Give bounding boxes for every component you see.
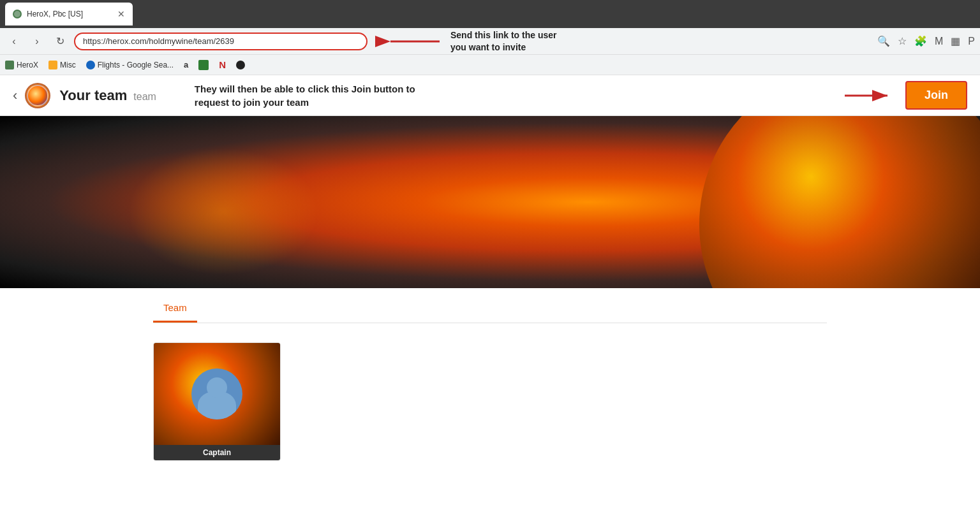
team-logo-inner — [27, 85, 48, 106]
bookmark-herox-label: HeroX — [17, 61, 38, 69]
join-arrow-icon — [842, 85, 893, 106]
green-bookmark-icon — [198, 60, 209, 70]
header-right: Join — [842, 81, 967, 110]
send-link-text: Send this link to the useryou want to in… — [450, 29, 556, 52]
netflix-icon: N — [219, 59, 226, 70]
page-header: ‹ Your team team They will then be able … — [0, 75, 980, 116]
hero-banner — [0, 116, 980, 288]
join-annotation: They will then be able to click this Joi… — [195, 82, 842, 109]
qr-icon[interactable]: ▦ — [951, 35, 960, 47]
hero-glow-decoration — [128, 148, 319, 275]
member-badge: Captain — [154, 445, 280, 460]
team-label: team — [133, 91, 156, 103]
tab-team[interactable]: Team — [153, 295, 197, 323]
bookmark-misc-label: Misc — [60, 61, 76, 69]
tab-title: HeroX, Pbc [US] — [27, 10, 83, 18]
browser-tab[interactable]: HeroX, Pbc [US] ✕ — [5, 3, 133, 25]
member-avatar — [191, 368, 242, 419]
amazon-icon: a — [184, 60, 188, 69]
join-arrow-annotation — [842, 85, 893, 106]
bookmark-green[interactable] — [198, 60, 209, 70]
bookmark-star-icon[interactable]: ☆ — [898, 35, 907, 47]
forward-nav-button[interactable]: › — [28, 33, 46, 50]
flights-icon — [86, 61, 95, 69]
misc-folder-icon — [48, 61, 57, 69]
tab-favicon — [13, 10, 22, 18]
bookmarks-bar: HeroX Misc Flights - Google Sea... a N — [0, 55, 980, 75]
member-card[interactable]: Captain — [153, 342, 281, 461]
member-card-image — [154, 343, 280, 445]
bookmark-dark[interactable] — [236, 61, 245, 69]
tab-close-icon[interactable]: ✕ — [117, 9, 125, 19]
page-content: Team Captain — [0, 288, 980, 480]
bookmark-flights-label: Flights - Google Sea... — [98, 61, 174, 69]
dark-bookmark-icon — [236, 61, 245, 69]
join-annotation-text: They will then be able to click this Joi… — [195, 84, 415, 108]
svg-point-0 — [14, 11, 20, 17]
bookmark-amazon[interactable]: a — [184, 60, 188, 69]
back-button[interactable]: ‹ — [13, 87, 17, 104]
url-input[interactable] — [74, 33, 368, 50]
browser-icons: 🔍 ☆ 🧩 M ▦ P — [877, 35, 975, 47]
team-grid: Captain — [153, 323, 827, 480]
browser-chrome: HeroX, Pbc [US] ✕ — [0, 0, 980, 28]
reload-button[interactable]: ↻ — [51, 33, 69, 50]
bookmark-netflix[interactable]: N — [219, 59, 226, 70]
address-bar-row: ‹ › ↻ Send this link to the useryou want… — [0, 28, 980, 55]
tabs-row: Team — [153, 288, 827, 323]
team-name: Your team — [59, 87, 127, 104]
search-icon[interactable]: 🔍 — [877, 35, 890, 47]
pinterest-icon[interactable]: P — [968, 36, 975, 47]
bookmark-herox[interactable]: HeroX — [5, 61, 38, 69]
join-button[interactable]: Join — [905, 81, 967, 110]
back-nav-button[interactable]: ‹ — [5, 33, 23, 50]
bookmark-flights[interactable]: Flights - Google Sea... — [86, 61, 174, 69]
herox-favicon — [5, 61, 14, 69]
header-title-group: Your team team — [59, 87, 156, 104]
send-link-annotation: Send this link to the useryou want to in… — [385, 29, 556, 52]
extension-icon[interactable]: 🧩 — [914, 35, 927, 47]
gmail-icon[interactable]: M — [935, 36, 943, 47]
team-logo — [25, 83, 50, 108]
send-link-arrow-icon — [385, 31, 443, 52]
hero-planet-decoration — [699, 116, 980, 288]
bookmark-misc[interactable]: Misc — [48, 61, 76, 69]
